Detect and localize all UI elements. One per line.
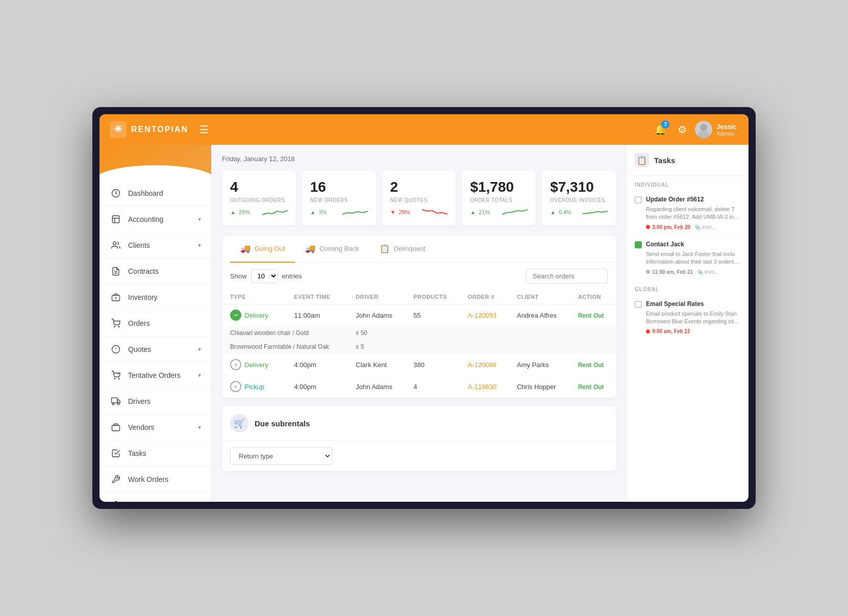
stat-label-overdue: OVERDUE INVOICES	[550, 197, 608, 203]
table-row: + Pickup 4:00pm John Adams 4 A-119830 Ch…	[222, 376, 616, 398]
contracts-icon	[110, 265, 122, 277]
sidebar-item-orders[interactable]: Orders	[99, 311, 211, 337]
cell-products: 380	[405, 354, 459, 376]
task-item-email-special: Email Special Rates Email product specia…	[627, 295, 749, 340]
sidebar-item-quotes[interactable]: Quotes ▾	[99, 337, 211, 363]
svg-marker-20	[117, 400, 120, 403]
stat-card-new-orders: 16 NEW ORDERS ▲ 3%	[302, 171, 376, 225]
order-link[interactable]: A-120099	[468, 361, 496, 369]
tab-coming-back[interactable]: 🚚 Coming Back	[295, 236, 369, 263]
arrow-up-icon: ▲	[310, 209, 316, 215]
sidebar-item-drivers[interactable]: Drivers	[99, 389, 211, 415]
stat-change-value: 21%	[479, 209, 490, 215]
col-products: PRODUCTS	[405, 290, 459, 304]
arrow-up-icon: ▲	[470, 209, 476, 215]
tab-going-out[interactable]: 🚚 Going Out	[230, 236, 295, 263]
rent-out-button[interactable]: Rent Out	[578, 312, 604, 319]
accounting-icon	[110, 213, 122, 225]
table-row: − Delivery 11:00am John Adams 55 A-12009…	[222, 304, 616, 326]
vendors-label: Vendors	[128, 423, 154, 431]
main-layout: Dashboard Accounting ▾ Clients ▾	[99, 145, 749, 502]
stat-change-new-quotes: ▼ 29%	[390, 207, 448, 217]
time-dot-icon	[646, 225, 650, 229]
stat-label-new-orders: NEW ORDERS	[310, 197, 368, 203]
task-checkbox[interactable]	[635, 301, 642, 308]
sidebar-item-contracts[interactable]: Contracts	[99, 259, 211, 285]
truck-icon: 🚚	[240, 244, 251, 253]
sidebar-item-dashboard[interactable]: Dashboard	[99, 181, 211, 207]
stat-value-order-totals: $1,780	[470, 179, 528, 195]
user-menu[interactable]: Jessic Admini...	[695, 121, 738, 138]
orders-label: Orders	[128, 319, 150, 327]
stat-value-new-quotes: 2	[390, 179, 448, 195]
avatar	[695, 121, 712, 138]
orders-table: TYPE EVENT TIME DRIVER PRODUCTS ORDER # …	[222, 290, 616, 398]
sidebar-item-work-orders[interactable]: Work Orders	[99, 467, 211, 493]
quotes-icon	[110, 343, 122, 355]
sidebar-item-clients[interactable]: Clients ▾	[99, 233, 211, 259]
sidebar-item-accounting[interactable]: Accounting ▾	[99, 207, 211, 233]
stat-change-overdue: ▲ 0.4%	[550, 207, 608, 217]
sidebar-item-tentative-orders[interactable]: Tentative Orders ▾	[99, 363, 211, 389]
orders-icon	[110, 317, 122, 329]
content-area: Friday, January 12, 2018 4 OUTGOING ORDE…	[212, 145, 626, 502]
tab-delinquent[interactable]: 📋 Delinquent	[369, 236, 436, 263]
entries-label: entries	[282, 272, 302, 280]
stat-change-value: 3%	[319, 209, 327, 215]
services-icon	[110, 499, 122, 502]
attach-label: Invo...	[702, 224, 716, 230]
settings-icon[interactable]: ⚙	[678, 123, 687, 136]
inventory-icon	[110, 291, 122, 303]
sub-product-qty: x 50	[347, 326, 616, 340]
stat-value-new-orders: 16	[310, 179, 368, 195]
task-desc: Regarding client voicemail, delete T fro…	[646, 206, 740, 221]
cell-client: Andrea Alfres	[509, 304, 570, 326]
sidebar: Dashboard Accounting ▾ Clients ▾	[99, 145, 212, 502]
rent-out-button[interactable]: Rent Out	[578, 383, 604, 391]
pickup-label: Pickup	[244, 383, 264, 391]
tabs-row: 🚚 Going Out 🚚 Coming Back 📋 Delinquent	[222, 236, 616, 263]
stat-label-outgoing: OUTGOING ORDERS	[230, 197, 288, 203]
sidebar-item-tasks[interactable]: Tasks	[99, 441, 211, 467]
cell-time: 4:00pm	[286, 354, 347, 376]
subrentals-title: Due subrentals	[255, 419, 310, 428]
cell-type: − Delivery	[222, 304, 286, 326]
stat-value-overdue: $7,310	[550, 179, 608, 195]
stat-change-order-totals: ▲ 21%	[470, 207, 528, 217]
contracts-label: Contracts	[128, 267, 159, 275]
cell-action: Rent Out	[570, 304, 616, 326]
entries-select[interactable]: 10 25 50	[251, 269, 278, 283]
task-check-row: Update Order #5612	[635, 196, 740, 203]
tasks-header: 📋 Tasks	[627, 145, 749, 176]
task-meta: 9:00 am, Feb 22	[646, 328, 740, 334]
order-link[interactable]: A-119830	[468, 383, 496, 391]
notifications-button[interactable]: 🔔 7	[651, 120, 669, 139]
rent-out-button[interactable]: Rent Out	[578, 362, 604, 369]
work-orders-icon	[110, 473, 122, 485]
sidebar-item-services[interactable]: Services	[99, 493, 211, 502]
search-input[interactable]	[526, 269, 608, 284]
sidebar-item-inventory[interactable]: Inventory	[99, 285, 211, 311]
cell-time: 4:00pm	[286, 376, 347, 398]
svg-point-13	[118, 326, 119, 327]
task-check-row: Contact Jack	[635, 241, 740, 248]
tentative-orders-label: Tentative Orders	[128, 371, 181, 379]
task-attachment: 📎 Invo...	[694, 224, 716, 230]
subrentals-panel: 🛒 Due subrentals Return type	[222, 406, 616, 471]
task-checkbox[interactable]	[635, 196, 642, 203]
cell-action: Rent Out	[570, 354, 616, 376]
arrow-up-icon: ▲	[550, 209, 556, 215]
return-type-select[interactable]: Return type	[230, 447, 332, 465]
stat-card-new-quotes: 2 NEW QUOTES ▼ 29%	[382, 171, 456, 225]
task-checkbox[interactable]	[635, 241, 642, 248]
col-event-time: EVENT TIME	[286, 290, 347, 304]
order-link[interactable]: A-120093	[468, 312, 496, 319]
stat-change-value: 0.4%	[559, 209, 571, 215]
sidebar-item-vendors[interactable]: Vendors ▾	[99, 415, 211, 441]
logo-area: ✳ RENTOPIAN ☰	[110, 121, 222, 138]
sub-product-name: Brownwood Farmtable / Natural Oak	[222, 340, 347, 354]
table-header-row: TYPE EVENT TIME DRIVER PRODUCTS ORDER # …	[222, 290, 616, 304]
col-driver: DRIVER	[347, 290, 405, 304]
svg-point-12	[114, 326, 115, 327]
menu-icon[interactable]: ☰	[199, 123, 209, 136]
